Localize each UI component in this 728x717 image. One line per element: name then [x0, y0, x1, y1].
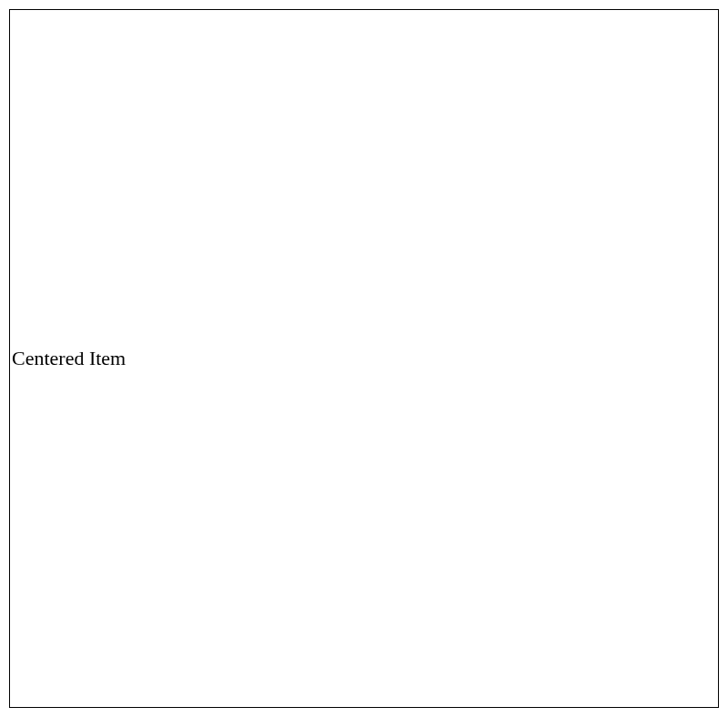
- main-container: Centered Item: [9, 9, 719, 708]
- centered-item-label: Centered Item: [10, 347, 126, 370]
